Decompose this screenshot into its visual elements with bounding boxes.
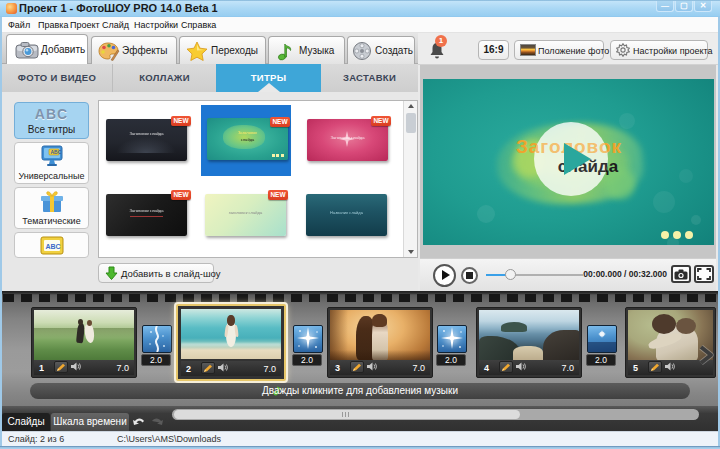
- svg-text:ABC: ABC: [46, 243, 61, 250]
- svg-text:ABC: ABC: [51, 149, 62, 155]
